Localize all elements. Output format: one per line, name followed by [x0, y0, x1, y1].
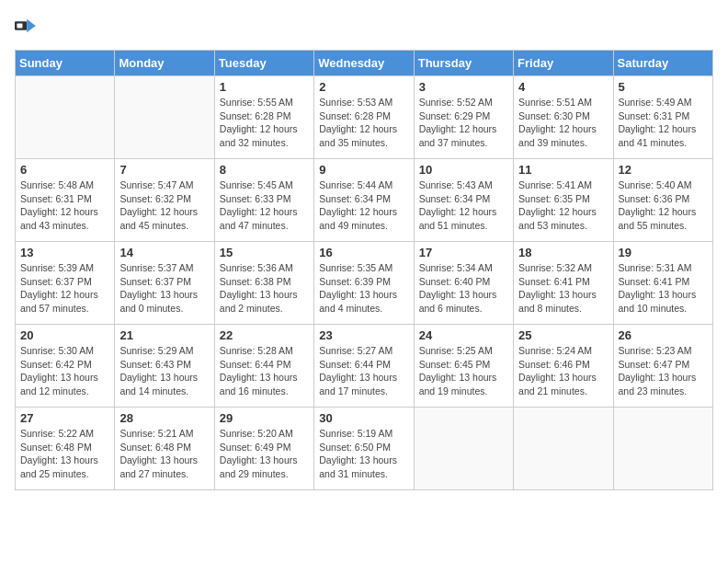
calendar-header-monday: Monday: [115, 51, 214, 76]
calendar-cell: [115, 76, 214, 159]
day-number: 29: [220, 411, 309, 425]
day-info: Sunrise: 5:41 AM Sunset: 6:35 PM Dayligh…: [518, 178, 608, 233]
day-info: Sunrise: 5:53 AM Sunset: 6:28 PM Dayligh…: [319, 96, 408, 150]
calendar-cell: 14Sunrise: 5:37 AM Sunset: 6:37 PM Dayli…: [115, 242, 214, 325]
calendar-header-saturday: Saturday: [613, 51, 712, 76]
calendar-cell: [16, 76, 115, 159]
svg-rect-2: [17, 24, 22, 29]
calendar-cell: 2Sunrise: 5:53 AM Sunset: 6:28 PM Daylig…: [314, 76, 414, 159]
calendar-header-friday: Friday: [514, 51, 613, 76]
logo: [15, 15, 40, 40]
calendar-cell: 24Sunrise: 5:25 AM Sunset: 6:45 PM Dayli…: [414, 325, 513, 408]
calendar-cell: 11Sunrise: 5:41 AM Sunset: 6:35 PM Dayli…: [514, 159, 613, 242]
day-number: 22: [220, 328, 309, 342]
svg-marker-1: [27, 19, 36, 32]
day-info: Sunrise: 5:35 AM Sunset: 6:39 PM Dayligh…: [319, 261, 408, 316]
calendar-cell: [414, 408, 513, 490]
day-number: 9: [319, 163, 408, 177]
calendar-cell: 28Sunrise: 5:21 AM Sunset: 6:48 PM Dayli…: [115, 408, 214, 490]
calendar-week-4: 20Sunrise: 5:30 AM Sunset: 6:42 PM Dayli…: [16, 325, 713, 408]
day-number: 21: [119, 328, 209, 342]
calendar-cell: 27Sunrise: 5:22 AM Sunset: 6:48 PM Dayli…: [16, 408, 115, 490]
day-info: Sunrise: 5:19 AM Sunset: 6:50 PM Dayligh…: [319, 427, 408, 481]
day-number: 15: [220, 246, 309, 259]
calendar-cell: 7Sunrise: 5:47 AM Sunset: 6:32 PM Daylig…: [115, 159, 214, 242]
day-number: 23: [319, 328, 408, 342]
day-number: 19: [619, 246, 708, 259]
calendar-cell: 1Sunrise: 5:55 AM Sunset: 6:28 PM Daylig…: [214, 76, 313, 159]
calendar-cell: 26Sunrise: 5:23 AM Sunset: 6:47 PM Dayli…: [613, 325, 712, 408]
calendar-cell: 8Sunrise: 5:45 AM Sunset: 6:33 PM Daylig…: [214, 159, 313, 242]
day-number: 2: [319, 80, 408, 94]
calendar-week-5: 27Sunrise: 5:22 AM Sunset: 6:48 PM Dayli…: [16, 408, 713, 490]
header: [15, 15, 713, 40]
day-info: Sunrise: 5:48 AM Sunset: 6:31 PM Dayligh…: [20, 178, 109, 233]
calendar-cell: 13Sunrise: 5:39 AM Sunset: 6:37 PM Dayli…: [16, 242, 115, 325]
calendar-cell: 3Sunrise: 5:52 AM Sunset: 6:29 PM Daylig…: [414, 76, 513, 159]
day-info: Sunrise: 5:29 AM Sunset: 6:43 PM Dayligh…: [119, 344, 209, 398]
calendar-cell: 23Sunrise: 5:27 AM Sunset: 6:44 PM Dayli…: [314, 325, 414, 408]
day-info: Sunrise: 5:43 AM Sunset: 6:34 PM Dayligh…: [419, 178, 508, 233]
calendar-week-1: 1Sunrise: 5:55 AM Sunset: 6:28 PM Daylig…: [16, 76, 713, 159]
calendar-cell: [514, 408, 613, 490]
day-number: 5: [619, 80, 708, 94]
day-info: Sunrise: 5:55 AM Sunset: 6:28 PM Dayligh…: [220, 96, 309, 150]
day-info: Sunrise: 5:23 AM Sunset: 6:47 PM Dayligh…: [619, 344, 708, 398]
day-number: 14: [119, 246, 209, 259]
calendar-cell: 16Sunrise: 5:35 AM Sunset: 6:39 PM Dayli…: [314, 242, 414, 325]
day-info: Sunrise: 5:37 AM Sunset: 6:37 PM Dayligh…: [119, 261, 209, 316]
day-info: Sunrise: 5:44 AM Sunset: 6:34 PM Dayligh…: [319, 178, 408, 233]
day-info: Sunrise: 5:36 AM Sunset: 6:38 PM Dayligh…: [220, 261, 309, 316]
day-number: 3: [419, 80, 508, 94]
day-number: 28: [119, 411, 209, 425]
calendar: SundayMondayTuesdayWednesdayThursdayFrid…: [15, 50, 713, 490]
day-number: 18: [518, 246, 608, 259]
day-number: 13: [20, 246, 109, 259]
day-number: 24: [419, 328, 508, 342]
day-info: Sunrise: 5:49 AM Sunset: 6:31 PM Dayligh…: [619, 96, 708, 150]
day-number: 11: [518, 163, 608, 177]
day-info: Sunrise: 5:40 AM Sunset: 6:36 PM Dayligh…: [619, 178, 708, 233]
day-number: 20: [20, 328, 109, 342]
calendar-header-tuesday: Tuesday: [214, 51, 313, 76]
calendar-cell: 4Sunrise: 5:51 AM Sunset: 6:30 PM Daylig…: [514, 76, 613, 159]
day-number: 7: [119, 163, 209, 177]
calendar-header-wednesday: Wednesday: [314, 51, 414, 76]
calendar-header-thursday: Thursday: [414, 51, 513, 76]
day-number: 17: [419, 246, 508, 259]
day-number: 6: [20, 163, 109, 177]
calendar-cell: 6Sunrise: 5:48 AM Sunset: 6:31 PM Daylig…: [16, 159, 115, 242]
day-number: 16: [319, 246, 408, 259]
day-info: Sunrise: 5:28 AM Sunset: 6:44 PM Dayligh…: [220, 344, 309, 398]
calendar-cell: 12Sunrise: 5:40 AM Sunset: 6:36 PM Dayli…: [613, 159, 712, 242]
calendar-cell: 30Sunrise: 5:19 AM Sunset: 6:50 PM Dayli…: [314, 408, 414, 490]
day-number: 1: [220, 80, 309, 94]
day-info: Sunrise: 5:20 AM Sunset: 6:49 PM Dayligh…: [220, 427, 309, 481]
day-number: 25: [518, 328, 608, 342]
day-info: Sunrise: 5:31 AM Sunset: 6:41 PM Dayligh…: [619, 261, 708, 316]
day-info: Sunrise: 5:30 AM Sunset: 6:42 PM Dayligh…: [20, 344, 109, 398]
calendar-cell: 22Sunrise: 5:28 AM Sunset: 6:44 PM Dayli…: [214, 325, 313, 408]
calendar-cell: 9Sunrise: 5:44 AM Sunset: 6:34 PM Daylig…: [314, 159, 414, 242]
calendar-header-row: SundayMondayTuesdayWednesdayThursdayFrid…: [16, 51, 713, 76]
day-info: Sunrise: 5:52 AM Sunset: 6:29 PM Dayligh…: [419, 96, 508, 150]
day-info: Sunrise: 5:47 AM Sunset: 6:32 PM Dayligh…: [119, 178, 209, 233]
calendar-body: 1Sunrise: 5:55 AM Sunset: 6:28 PM Daylig…: [16, 76, 713, 490]
calendar-cell: 25Sunrise: 5:24 AM Sunset: 6:46 PM Dayli…: [514, 325, 613, 408]
logo-icon: [15, 15, 37, 37]
calendar-cell: 15Sunrise: 5:36 AM Sunset: 6:38 PM Dayli…: [214, 242, 313, 325]
day-info: Sunrise: 5:24 AM Sunset: 6:46 PM Dayligh…: [518, 344, 608, 398]
day-info: Sunrise: 5:39 AM Sunset: 6:37 PM Dayligh…: [20, 261, 109, 316]
calendar-cell: 21Sunrise: 5:29 AM Sunset: 6:43 PM Dayli…: [115, 325, 214, 408]
day-info: Sunrise: 5:34 AM Sunset: 6:40 PM Dayligh…: [419, 261, 508, 316]
day-number: 30: [319, 411, 408, 425]
calendar-cell: 20Sunrise: 5:30 AM Sunset: 6:42 PM Dayli…: [16, 325, 115, 408]
calendar-cell: 18Sunrise: 5:32 AM Sunset: 6:41 PM Dayli…: [514, 242, 613, 325]
calendar-cell: [613, 408, 712, 490]
calendar-cell: 19Sunrise: 5:31 AM Sunset: 6:41 PM Dayli…: [613, 242, 712, 325]
day-number: 4: [518, 80, 608, 94]
calendar-cell: 17Sunrise: 5:34 AM Sunset: 6:40 PM Dayli…: [414, 242, 513, 325]
day-info: Sunrise: 5:25 AM Sunset: 6:45 PM Dayligh…: [419, 344, 508, 398]
day-info: Sunrise: 5:27 AM Sunset: 6:44 PM Dayligh…: [319, 344, 408, 398]
day-number: 12: [619, 163, 708, 177]
